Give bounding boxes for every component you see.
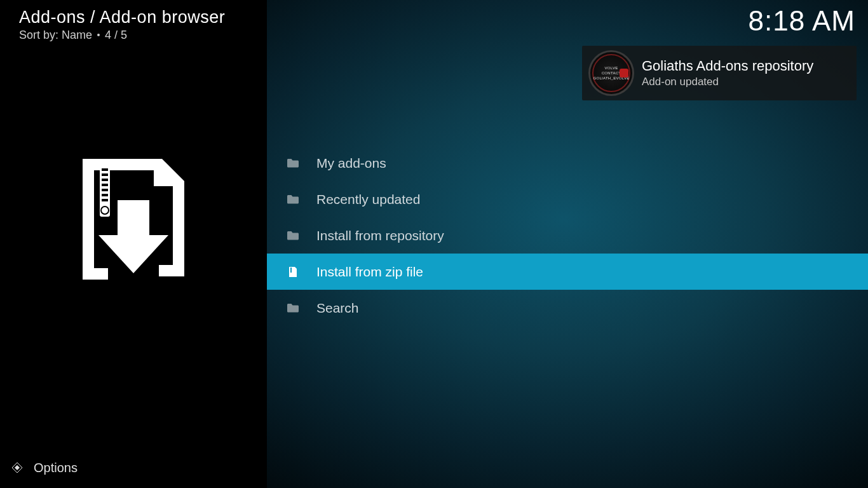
svg-rect-4	[102, 184, 108, 186]
zip-file-icon	[286, 265, 300, 279]
notification-title: Goliaths Add-ons repository	[642, 58, 813, 74]
menu-item-label: Install from repository	[316, 228, 444, 243]
menu-item-my-add-ons[interactable]: My add-ons	[267, 145, 868, 181]
options-label: Options	[34, 461, 78, 475]
options-button[interactable]: Options	[0, 460, 267, 488]
menu-item-label: Search	[316, 301, 359, 316]
svg-point-8	[101, 207, 109, 214]
svg-marker-9	[15, 465, 17, 470]
svg-rect-5	[102, 189, 108, 191]
sidebar-graphic	[0, 0, 267, 460]
svg-rect-7	[102, 199, 108, 201]
menu-item-install-from-zip-file[interactable]: Install from zip file	[267, 254, 868, 290]
folder-icon	[286, 301, 300, 315]
svg-rect-2	[102, 173, 108, 176]
options-icon	[10, 460, 25, 475]
svg-rect-6	[102, 194, 108, 196]
sidebar: Add-ons / Add-on browser Sort by: Name4 …	[0, 0, 267, 488]
notif-icon-badge	[620, 69, 628, 78]
svg-marker-10	[17, 465, 20, 470]
folder-icon	[286, 229, 300, 243]
notification-text: Goliaths Add-ons repository Add-on updat…	[642, 58, 813, 88]
notification-toast: VOLVE CONTACT GOLIATH_EVOLVE Goliaths Ad…	[582, 46, 857, 100]
zip-download-icon	[73, 156, 194, 283]
menu-item-label: Recently updated	[316, 192, 420, 207]
menu-item-search[interactable]: Search	[267, 290, 868, 326]
svg-rect-1	[102, 168, 108, 171]
notification-subtitle: Add-on updated	[642, 76, 813, 88]
menu-item-label: My add-ons	[316, 156, 386, 171]
menu-item-install-from-repository[interactable]: Install from repository	[267, 217, 868, 254]
menu-item-label: Install from zip file	[316, 264, 423, 280]
notification-addon-icon: VOLVE CONTACT GOLIATH_EVOLVE	[588, 50, 634, 96]
folder-icon	[286, 156, 300, 170]
main-menu: My add-onsRecently updatedInstall from r…	[267, 145, 868, 326]
svg-rect-3	[102, 179, 108, 181]
folder-icon	[286, 193, 300, 207]
clock: 8:18 AM	[749, 5, 855, 37]
menu-item-recently-updated[interactable]: Recently updated	[267, 181, 868, 217]
